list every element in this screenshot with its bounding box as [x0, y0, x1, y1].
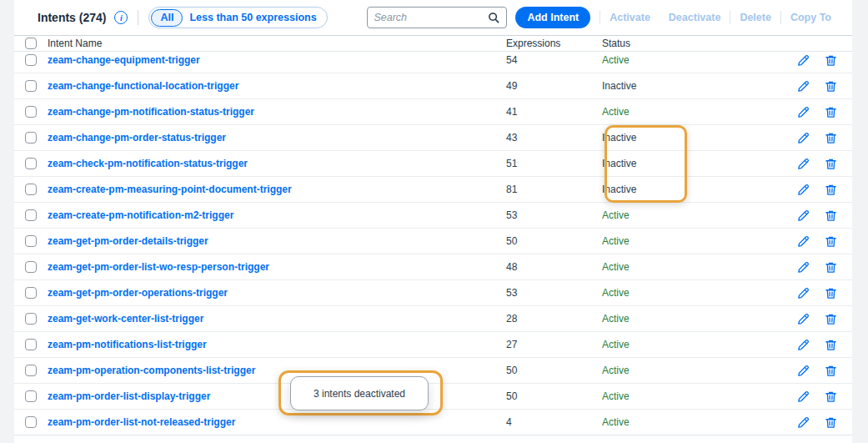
delete-icon[interactable] — [824, 79, 837, 93]
status-badge: Active — [602, 235, 727, 247]
intent-name-link[interactable]: zeam-create-pm-measuring-point-document-… — [48, 184, 292, 195]
edit-icon[interactable] — [796, 364, 810, 377]
row-checkbox[interactable] — [25, 339, 37, 350]
divider — [138, 10, 138, 25]
intent-name-link[interactable]: zeam-pm-notifications-list-trigger — [48, 339, 207, 350]
table-row: zeam-pm-order-list-not-released-trigger … — [14, 410, 852, 435]
delete-icon[interactable] — [824, 338, 837, 351]
row-checkbox[interactable] — [25, 287, 37, 299]
filter-less-than-50[interactable]: Less than 50 expressions — [189, 12, 316, 23]
status-badge: Inactive — [602, 184, 727, 195]
status-badge: Inactive — [602, 80, 727, 92]
intent-name-link[interactable]: zeam-pm-order-list-not-released-trigger — [48, 416, 235, 428]
row-checkbox[interactable] — [25, 80, 37, 92]
delete-icon[interactable] — [824, 415, 837, 429]
status-badge: Active — [602, 339, 727, 350]
intent-name-link[interactable]: zeam-pm-order-list-display-trigger — [48, 390, 210, 402]
row-checkbox[interactable] — [25, 132, 37, 143]
delete-icon[interactable] — [824, 286, 837, 300]
left-gutter — [0, 0, 14, 443]
edit-icon[interactable] — [796, 131, 810, 144]
delete-icon[interactable] — [824, 105, 837, 118]
intent-name-link[interactable]: zeam-change-pm-notification-status-trigg… — [48, 106, 254, 118]
delete-icon[interactable] — [824, 312, 837, 325]
row-checkbox[interactable] — [25, 416, 37, 428]
intent-name-link[interactable]: zeam-change-equipment-trigger — [48, 54, 200, 66]
filter-all[interactable]: All — [151, 9, 183, 27]
edit-icon[interactable] — [796, 260, 810, 274]
status-badge: Active — [602, 106, 727, 118]
intent-name-link[interactable]: zeam-change-pm-order-status-trigger — [48, 132, 226, 143]
edit-icon[interactable] — [796, 157, 810, 170]
right-scrollbar-track[interactable] — [852, 0, 868, 443]
table-row: zeam-change-functional-location-trigger … — [14, 73, 852, 99]
delete-icon[interactable] — [824, 390, 837, 403]
info-icon[interactable]: i — [114, 11, 128, 24]
row-checkbox[interactable] — [25, 106, 37, 118]
search-box[interactable] — [367, 7, 507, 28]
select-all-checkbox[interactable] — [25, 38, 37, 49]
status-badge: Active — [602, 313, 727, 325]
intent-name-link[interactable]: zeam-create-pm-notification-m2-trigger — [48, 209, 233, 221]
search-icon[interactable] — [488, 12, 500, 24]
row-checkbox[interactable] — [25, 184, 37, 195]
edit-icon[interactable] — [796, 390, 810, 403]
delete-icon[interactable] — [824, 364, 837, 377]
row-checkbox[interactable] — [25, 54, 37, 66]
add-intent-button[interactable]: Add Intent — [515, 7, 590, 28]
row-checkbox[interactable] — [25, 313, 37, 325]
delete-icon[interactable] — [824, 209, 837, 222]
column-intent-name: Intent Name — [37, 38, 506, 49]
table-header: Intent Name Expressions Status — [14, 36, 852, 52]
delete-icon[interactable] — [824, 260, 837, 274]
row-checkbox[interactable] — [25, 261, 37, 273]
intent-name-link[interactable]: zeam-get-work-center-list-trigger — [48, 313, 203, 325]
delete-button[interactable]: Delete — [740, 12, 771, 23]
intent-name-link[interactable]: zeam-get-pm-order-operations-trigger — [48, 287, 228, 299]
toast-message: 3 intents deactivated — [290, 376, 429, 410]
intent-name-link[interactable]: zeam-pm-operation-components-list-trigge… — [48, 365, 255, 376]
delete-icon[interactable] — [824, 131, 837, 144]
edit-icon[interactable] — [796, 338, 810, 351]
copy-to-button[interactable]: Copy To — [790, 12, 831, 23]
deactivate-button[interactable]: Deactivate — [669, 12, 721, 23]
expressions-count: 54 — [506, 54, 602, 66]
table-row: zeam-check-pm-notification-status-trigge… — [14, 151, 852, 177]
edit-icon[interactable] — [796, 183, 810, 196]
edit-icon[interactable] — [796, 53, 810, 67]
delete-icon[interactable] — [824, 53, 837, 67]
edit-icon[interactable] — [796, 79, 810, 93]
edit-icon[interactable] — [796, 234, 810, 248]
search-input[interactable] — [374, 12, 488, 23]
row-checkbox[interactable] — [25, 235, 37, 247]
intent-name-link[interactable]: zeam-check-pm-notification-status-trigge… — [48, 158, 248, 169]
expressions-count: 50 — [506, 365, 602, 376]
edit-icon[interactable] — [796, 286, 810, 300]
intent-name-link[interactable]: zeam-change-functional-location-trigger — [48, 80, 238, 92]
toast-text: 3 intents deactivated — [314, 388, 405, 400]
expressions-count: 50 — [506, 235, 602, 247]
expressions-count: 41 — [506, 106, 602, 118]
table-body: zeam-change-equipment-trigger 54 Active — [14, 52, 852, 435]
delete-icon[interactable] — [824, 157, 837, 170]
row-checkbox[interactable] — [25, 365, 37, 376]
edit-icon[interactable] — [796, 312, 810, 325]
delete-icon[interactable] — [824, 183, 837, 196]
edit-icon[interactable] — [796, 415, 810, 429]
row-checkbox[interactable] — [25, 209, 37, 221]
expressions-count: 53 — [506, 287, 602, 299]
status-badge: Active — [602, 261, 727, 273]
row-checkbox[interactable] — [25, 390, 37, 402]
status-badge: Active — [602, 209, 727, 221]
activate-button[interactable]: Activate — [610, 12, 650, 23]
edit-icon[interactable] — [796, 105, 810, 118]
row-checkbox[interactable] — [25, 158, 37, 169]
intent-name-link[interactable]: zeam-get-pm-order-list-wo-resp-person-tr… — [48, 261, 269, 273]
table-row: zeam-pm-order-list-display-trigger 50 Ac… — [14, 384, 852, 410]
expressions-count: 4 — [506, 416, 602, 428]
intent-name-link[interactable]: zeam-get-pm-order-details-trigger — [48, 235, 208, 247]
delete-icon[interactable] — [824, 234, 837, 248]
expressions-count: 48 — [506, 261, 602, 273]
expressions-count: 28 — [506, 313, 602, 325]
edit-icon[interactable] — [796, 209, 810, 222]
